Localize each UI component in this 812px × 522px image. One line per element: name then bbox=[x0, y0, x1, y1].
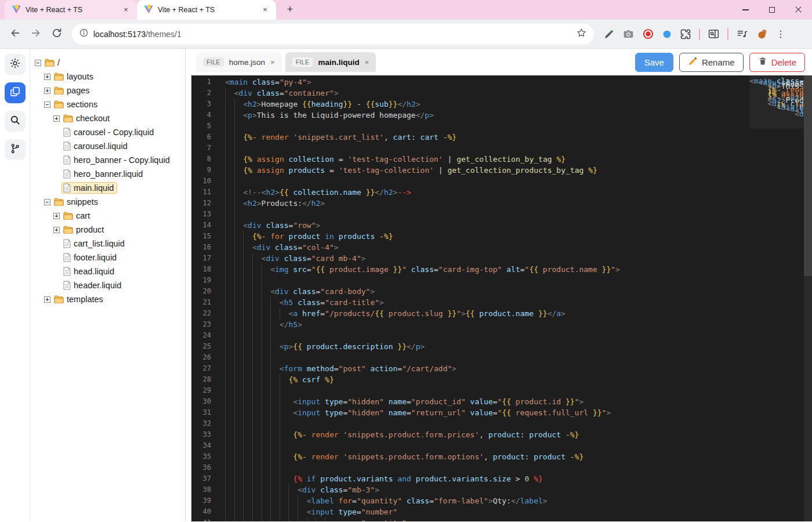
file-badge: FILE bbox=[292, 57, 313, 67]
file-icon bbox=[63, 267, 71, 276]
file-tab-close-icon[interactable]: × bbox=[365, 58, 369, 67]
rooster-extension-icon[interactable] bbox=[756, 28, 768, 40]
extensions-puzzle-icon[interactable] bbox=[680, 28, 691, 40]
tree-expander-icon[interactable]: + bbox=[53, 115, 60, 122]
tree-expander-icon[interactable]: + bbox=[44, 296, 50, 303]
browser-tab-title: Vite + React + TS bbox=[26, 6, 116, 14]
files-panel-button[interactable] bbox=[5, 82, 26, 103]
rename-button[interactable]: Rename bbox=[679, 53, 744, 72]
tree-item-pages[interactable]: +pages bbox=[30, 84, 185, 97]
media-playlist-icon[interactable] bbox=[736, 28, 748, 40]
code-line: 38 <div class="mb-3"> bbox=[191, 484, 812, 495]
reload-button[interactable] bbox=[48, 25, 66, 44]
menu-dots-icon[interactable] bbox=[775, 29, 786, 39]
tree-item-layouts[interactable]: +layouts bbox=[30, 70, 185, 84]
tree-expander-icon[interactable]: + bbox=[44, 88, 50, 94]
code-editor[interactable]: 1<main class="py-4">2 <div class="contai… bbox=[191, 75, 812, 521]
page-info-icon[interactable] bbox=[79, 28, 89, 40]
code-line: 18 <img src="{{ product.image }}" class=… bbox=[191, 264, 812, 275]
tree-item-templates[interactable]: +templates bbox=[30, 292, 185, 306]
code-line: 36 bbox=[191, 462, 812, 473]
tree-expander-icon[interactable]: + bbox=[53, 227, 60, 233]
side-panel-search-icon[interactable] bbox=[708, 28, 720, 40]
line-number: 11 bbox=[191, 187, 225, 198]
line-number: 35 bbox=[191, 451, 225, 462]
new-tab-button[interactable]: + bbox=[282, 2, 298, 18]
file-icon bbox=[63, 128, 71, 137]
tree-item-carousel-copy-liquid[interactable]: carousel - Copy.liquid bbox=[30, 125, 185, 139]
line-number: 25 bbox=[191, 341, 225, 352]
tree-item-cart[interactable]: +cart bbox=[30, 209, 185, 223]
tab-close-icon[interactable]: × bbox=[260, 5, 270, 15]
tree-item-carousel-liquid[interactable]: carousel.liquid bbox=[30, 139, 185, 153]
eyedropper-extension-icon[interactable] bbox=[603, 28, 615, 40]
tree-item-sections[interactable]: −sections bbox=[30, 97, 185, 111]
line-number: 22 bbox=[191, 308, 225, 319]
browser-tab-2[interactable]: Vite + React + TS × bbox=[137, 0, 276, 20]
git-panel-button[interactable] bbox=[5, 139, 26, 160]
tree-expander-icon[interactable]: − bbox=[44, 102, 50, 108]
minimap[interactable]: 1<main class="py-4">2 <div class="contai… bbox=[749, 75, 804, 147]
tree-item-head-liquid[interactable]: head.liquid bbox=[30, 264, 185, 278]
back-button[interactable] bbox=[6, 25, 24, 44]
tree-spacer bbox=[53, 241, 60, 247]
tree-item-footer-liquid[interactable]: footer.liquid bbox=[30, 251, 185, 264]
url-text[interactable]: localhost:5173/themes/1 bbox=[93, 30, 576, 39]
blue-dot-extension-icon[interactable] bbox=[662, 29, 672, 39]
tree-expander-icon[interactable]: − bbox=[44, 199, 50, 205]
toolbar-divider bbox=[699, 28, 700, 40]
tree-item-label: / bbox=[57, 58, 60, 67]
camera-extension-icon[interactable] bbox=[622, 28, 635, 40]
tree-item-main-liquid[interactable]: main.liquid bbox=[30, 181, 185, 195]
tree-item-checkout[interactable]: +checkout bbox=[30, 111, 185, 125]
browser-tab-1[interactable]: Vite + React + TS × bbox=[5, 0, 137, 20]
tree-spacer bbox=[53, 255, 60, 261]
tree-item-hero-banner-copy-liquid[interactable]: hero_banner - Copy.liquid bbox=[30, 153, 185, 167]
tree-item-header-liquid[interactable]: header.liquid bbox=[30, 278, 185, 292]
file-tab-home-json[interactable]: FILE home.json × bbox=[196, 52, 282, 72]
tree-item-[interactable]: −/ bbox=[30, 56, 185, 70]
tree-item-product[interactable]: +product bbox=[30, 223, 185, 237]
tree-expander-icon[interactable]: + bbox=[53, 213, 60, 219]
toolbar-divider bbox=[727, 28, 728, 40]
line-number: 13 bbox=[191, 209, 225, 220]
code-line: 32 bbox=[191, 418, 812, 429]
code-line: 39 <label for="quantity" class="form-lab… bbox=[191, 495, 812, 506]
tree-item-snippets[interactable]: −snippets bbox=[30, 195, 185, 209]
sun-icon bbox=[9, 57, 21, 71]
code-lines: 1<main class="py-4">2 <div class="contai… bbox=[191, 75, 812, 521]
code-line: 8 {% assign collection = 'test-tag-colle… bbox=[191, 154, 812, 165]
delete-button[interactable]: Delete bbox=[749, 53, 805, 72]
tree-expander-icon[interactable]: − bbox=[35, 60, 41, 66]
file-tab-close-icon[interactable]: × bbox=[270, 58, 275, 67]
tree-expander-icon[interactable]: + bbox=[44, 74, 50, 80]
file-tab-main-liquid[interactable]: FILE main.liquid × bbox=[285, 52, 376, 72]
forward-button[interactable] bbox=[27, 25, 45, 44]
bookmark-star-icon[interactable] bbox=[576, 27, 587, 41]
pencil-icon bbox=[688, 56, 698, 68]
tree-item-hero-banner-liquid[interactable]: hero_banner.liquid bbox=[30, 167, 185, 181]
save-button[interactable]: Save bbox=[635, 53, 673, 72]
code-line: 20 <div class="card-body"> bbox=[191, 286, 812, 297]
code-line: 37 {% if product.variants and product.va… bbox=[191, 473, 812, 484]
record-extension-icon[interactable] bbox=[642, 28, 654, 40]
tree-item-cart-list-liquid[interactable]: cart_list.liquid bbox=[30, 237, 185, 251]
window-close-button[interactable] bbox=[785, 0, 812, 20]
tree-item-label: snippets bbox=[67, 197, 98, 206]
minimap-viewport bbox=[749, 75, 804, 129]
file-tab-name: main.liquid bbox=[318, 58, 359, 67]
folder-icon bbox=[63, 114, 73, 122]
code-line: 15 {%- for product in products -%} bbox=[191, 231, 812, 242]
address-bar[interactable]: localhost:5173/themes/1 bbox=[72, 24, 594, 45]
window-maximize-button[interactable] bbox=[759, 0, 785, 20]
tree-item-label: templates bbox=[67, 295, 103, 304]
browser-tabstrip: Vite + React + TS × Vite + React + TS × … bbox=[0, 0, 812, 49]
window-minimize-button[interactable] bbox=[732, 0, 759, 20]
code-line: 11 <!--<h2>{{ collection.name }}</h2>--> bbox=[191, 187, 812, 198]
search-panel-button[interactable] bbox=[5, 111, 26, 132]
line-number: 1 bbox=[191, 77, 225, 88]
tab-close-icon[interactable]: × bbox=[121, 5, 131, 15]
editor-scrollbar[interactable] bbox=[804, 75, 812, 521]
theme-toggle-button[interactable] bbox=[5, 54, 26, 75]
code-line: 22 <a href="/products/{{ product.slug }}… bbox=[191, 308, 812, 319]
